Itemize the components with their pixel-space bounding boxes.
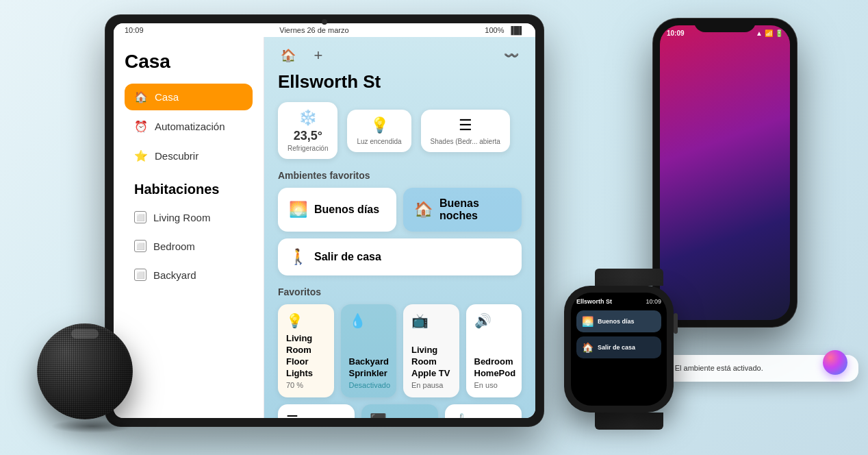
watch-time: 10:09 bbox=[646, 298, 661, 305]
automatizacion-icon: ⏰ bbox=[134, 120, 148, 133]
siri-waveform-icon[interactable]: 〰️ bbox=[501, 45, 522, 66]
room-bedroom-label: Bedroom bbox=[153, 241, 195, 252]
siri-orb bbox=[823, 350, 847, 375]
watch-buenos-dias-icon: 🌅 bbox=[582, 316, 593, 327]
sidebar-item-automatizacion[interactable]: ⏰ Automatización bbox=[125, 113, 253, 140]
ipad-battery: 100% ▐█▌ bbox=[485, 26, 524, 34]
sprinkler-status: Desactivado bbox=[349, 381, 389, 389]
watch-title: Ellsworth St bbox=[576, 298, 612, 305]
scenes-section-label: Ambientes favoritos bbox=[264, 170, 535, 188]
appletv-status: En pausa bbox=[411, 381, 451, 389]
fav-bedroom-shades[interactable]: ☰ Bedroom Shades Abrir bbox=[278, 404, 355, 418]
scene-salir[interactable]: 🚶 Salir de casa bbox=[278, 238, 522, 275]
rooms-section-title: Habitaciones bbox=[134, 182, 253, 197]
sidebar-item-backyard[interactable]: ⬜ Backyard bbox=[125, 262, 253, 288]
watch-salir-casa[interactable]: 🏠 Salir de casa bbox=[576, 336, 661, 358]
watch-band-bottom bbox=[595, 413, 663, 430]
shades-fav-icon: ☰ bbox=[286, 413, 346, 418]
favorites-grid-row2: ☰ Bedroom Shades Abrir ⬛ Kitchen Switch bbox=[264, 404, 535, 418]
ipad-status-bar: 10:09 Viernes 26 de marzo 100% ▐█▌ bbox=[114, 23, 535, 37]
light-chip[interactable]: 💡 Luz encendida bbox=[347, 110, 411, 152]
sprinkler-icon: 💧 bbox=[349, 312, 389, 329]
favorites-grid-row1: 💡 Living Room Floor Lights 70 % 💧 Backya… bbox=[264, 304, 535, 404]
watch-header: Ellsworth St 10:09 bbox=[576, 298, 661, 305]
watch-band-top bbox=[595, 269, 663, 286]
casa-icon: 🏠 bbox=[134, 90, 148, 103]
room-icon-bedroom: ⬜ bbox=[134, 240, 146, 252]
scene-buenas-noches[interactable]: 🏠 Buenas noches bbox=[403, 188, 522, 232]
bulb-icon: 💡 bbox=[370, 116, 389, 134]
sidebar-item-descubrir[interactable]: ⭐ Descubrir bbox=[125, 143, 253, 169]
ipad: 10:09 Viernes 26 de marzo 100% ▐█▌ Casa … bbox=[105, 15, 557, 440]
salir-label: Salir de casa bbox=[314, 251, 381, 263]
homepod-fav-status: En uso bbox=[474, 381, 514, 389]
scene-buenos-dias[interactable]: 🌅 Buenos días bbox=[278, 188, 396, 232]
switch-icon: ⬛ bbox=[370, 413, 430, 418]
sidebar-descubrir-label: Descubrir bbox=[155, 150, 199, 162]
ipad-frame: 10:09 Viernes 26 de marzo 100% ▐█▌ Casa … bbox=[105, 15, 544, 426]
homepod-body bbox=[37, 323, 133, 419]
battery-icon: 🔋 bbox=[775, 29, 783, 37]
iphone-status-right: ▲ 📶 🔋 bbox=[756, 29, 783, 37]
lights-name: Living Room Floor Lights bbox=[286, 333, 326, 380]
add-button[interactable]: + bbox=[308, 45, 329, 66]
room-living-label: Living Room bbox=[153, 212, 210, 223]
fav-kitchen-switch[interactable]: ⬛ Kitchen Switch Desactivado bbox=[361, 404, 438, 418]
fav-entrance-thermostat[interactable]: 🌡️ Entrance Thermostat... Refrig. a 22,0… bbox=[445, 404, 522, 418]
shades-chip[interactable]: ☰ Shades (Bedr... abierta bbox=[421, 110, 510, 152]
signal-icon: ▲ bbox=[756, 29, 763, 37]
apple-watch: Ellsworth St 10:09 🌅 Buenos días 🏠 Salir… bbox=[564, 269, 694, 426]
room-backyard-label: Backyard bbox=[153, 269, 196, 281]
main-toolbar: 🏠 + 〰️ bbox=[264, 37, 535, 71]
sidebar-item-bedroom[interactable]: ⬜ Bedroom bbox=[125, 233, 253, 259]
ipad-screen: 10:09 Viernes 26 de marzo 100% ▐█▌ Casa … bbox=[114, 23, 535, 418]
sidebar-title: Casa bbox=[125, 51, 253, 73]
buenos-dias-label: Buenos días bbox=[314, 204, 379, 216]
temp-value: 23,5° bbox=[294, 129, 322, 143]
homepod-fav-icon: 🔊 bbox=[474, 312, 514, 329]
home-icon[interactable]: 🏠 bbox=[278, 45, 298, 66]
homepod-shadow bbox=[51, 419, 133, 433]
scenes-grid: 🌅 Buenos días 🏠 Buenas noches 🚶 Salir de… bbox=[264, 188, 535, 282]
appletv-icon: 📺 bbox=[411, 312, 451, 329]
status-strip: ❄️ 23,5° Refrigeración 💡 Luz encendida ☰… bbox=[264, 102, 535, 170]
fav-living-room-lights[interactable]: 💡 Living Room Floor Lights 70 % bbox=[278, 304, 334, 397]
lights-status: 70 % bbox=[286, 381, 326, 389]
watch-crown bbox=[674, 313, 678, 334]
temp-chip[interactable]: ❄️ 23,5° Refrigeración bbox=[278, 102, 337, 159]
watch-salir-label: Salir de casa bbox=[598, 344, 635, 351]
sidebar-item-living-room[interactable]: ⬜ Living Room bbox=[125, 204, 253, 230]
main-title: Ellsworth St bbox=[264, 71, 535, 102]
buenas-noches-label: Buenas noches bbox=[439, 197, 511, 222]
room-icon-backyard: ⬜ bbox=[134, 269, 146, 281]
watch-salir-icon: 🏠 bbox=[582, 342, 593, 353]
watch-buenos-dias[interactable]: 🌅 Buenos días bbox=[576, 310, 661, 332]
ipad-date: Viernes 26 de marzo bbox=[279, 26, 348, 34]
sidebar-casa-label: Casa bbox=[155, 91, 179, 103]
room-icon-living: ⬜ bbox=[134, 211, 146, 223]
buenos-dias-icon: 🌅 bbox=[289, 201, 307, 219]
ipad-time: 10:09 bbox=[125, 26, 144, 34]
buenas-noches-icon: 🏠 bbox=[414, 201, 433, 219]
sprinkler-name: Backyard Sprinkler bbox=[349, 356, 389, 380]
homepod-mini bbox=[37, 323, 146, 433]
ipad-main: 🏠 + 〰️ Ellsworth St ❄️ 23,5° Refrigeraci bbox=[264, 37, 535, 418]
sidebar-item-casa[interactable]: 🏠 Casa bbox=[125, 84, 253, 110]
fav-bedroom-homepod[interactable]: 🔊 Bedroom HomePod En uso bbox=[466, 304, 522, 397]
shades-icon: ☰ bbox=[459, 116, 472, 134]
lights-icon: 💡 bbox=[286, 312, 326, 329]
iphone-time: 10:09 bbox=[667, 29, 685, 37]
salir-icon: 🚶 bbox=[289, 248, 307, 266]
descubrir-icon: ⭐ bbox=[134, 149, 148, 162]
fav-backyard-sprinkler[interactable]: 💧 Backyard Sprinkler Desactivado bbox=[341, 304, 397, 397]
watch-screen: Ellsworth St 10:09 🌅 Buenos días 🏠 Salir… bbox=[571, 293, 667, 406]
ipad-content: Casa 🏠 Casa ⏰ Automatización ⭐ Descubrir bbox=[114, 37, 535, 418]
light-label: Luz encendida bbox=[357, 138, 401, 145]
watch-buenos-dias-label: Buenos días bbox=[598, 318, 635, 325]
fav-apple-tv[interactable]: 📺 Living Room Apple TV En pausa bbox=[403, 304, 459, 397]
favorites-section-label: Favoritos bbox=[264, 282, 535, 304]
wifi-icon: 📶 bbox=[765, 29, 773, 37]
shades-label: Shades (Bedr... abierta bbox=[431, 138, 500, 145]
watch-frame: Ellsworth St 10:09 🌅 Buenos días 🏠 Salir… bbox=[564, 286, 674, 413]
temp-label: Refrigeración bbox=[288, 145, 328, 152]
